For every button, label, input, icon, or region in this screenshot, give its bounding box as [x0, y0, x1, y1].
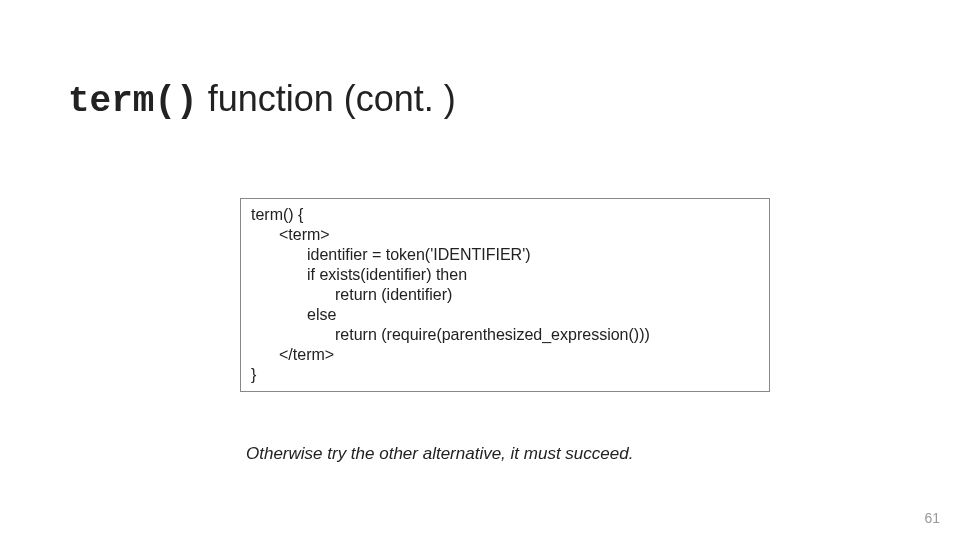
- page-number: 61: [924, 510, 940, 526]
- code-line: term() {: [251, 205, 759, 225]
- slide-title: term() function (cont. ): [68, 78, 456, 122]
- code-line: else: [251, 305, 759, 325]
- title-mono: term(): [68, 81, 198, 122]
- code-line: <term>: [251, 225, 759, 245]
- code-line: }: [251, 365, 759, 385]
- slide: term() function (cont. ) term() { <term>…: [0, 0, 960, 540]
- code-line: </term>: [251, 345, 759, 365]
- code-line: return (identifier): [251, 285, 759, 305]
- code-line: if exists(identifier) then: [251, 265, 759, 285]
- code-line: identifier = token('IDENTIFIER'): [251, 245, 759, 265]
- note-text: Otherwise try the other alternative, it …: [246, 444, 633, 464]
- code-box: term() { <term> identifier = token('IDEN…: [240, 198, 770, 392]
- code-line: return (require(parenthesized_expression…: [251, 325, 759, 345]
- title-rest: function (cont. ): [198, 78, 456, 119]
